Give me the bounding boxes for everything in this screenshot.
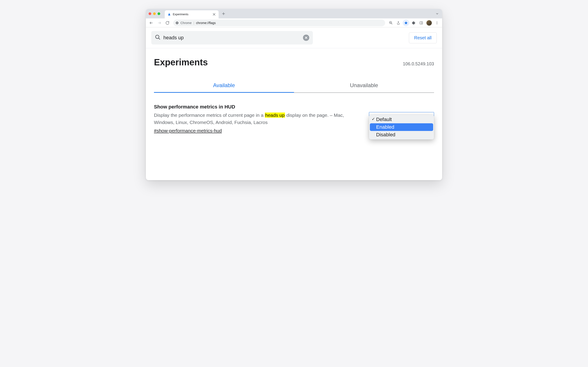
flask-icon xyxy=(167,13,171,16)
menu-button[interactable] xyxy=(434,20,440,26)
chrome-icon xyxy=(176,21,179,25)
browser-toolbar: Chrome | chrome://flags xyxy=(146,18,442,27)
flag-tabs: Available Unavailable xyxy=(154,79,434,93)
side-panel-button[interactable] xyxy=(418,20,425,26)
experiment-hash-link[interactable]: #show-performance-metrics-hud xyxy=(154,128,222,133)
search-input[interactable] xyxy=(163,35,300,41)
window-close-button[interactable] xyxy=(149,12,151,15)
window-maximize-button[interactable] xyxy=(158,12,160,15)
svg-point-18 xyxy=(155,35,159,38)
browser-window: Experiments Chrome | chrome://flags xyxy=(146,9,442,180)
experiment-description: Display the performance metrics of curre… xyxy=(154,112,360,126)
search-row: Reset all xyxy=(146,27,442,48)
select-dropdown: Default Enabled Disabled xyxy=(369,115,434,140)
puzzle-icon xyxy=(412,21,416,25)
header-row: Experiments 106.0.5249.103 xyxy=(146,48,442,70)
svg-rect-13 xyxy=(420,22,423,24)
window-minimize-button[interactable] xyxy=(153,12,156,15)
zoom-icon[interactable] xyxy=(387,20,394,26)
experiment-row: Show performance metrics in HUD Display … xyxy=(146,93,442,142)
svg-line-19 xyxy=(159,38,160,40)
window-controls xyxy=(149,12,160,15)
reset-all-button[interactable]: Reset all xyxy=(409,32,437,43)
version-label: 106.0.5249.103 xyxy=(403,61,434,67)
dropdown-option-disabled[interactable]: Disabled xyxy=(370,131,433,139)
reload-button[interactable] xyxy=(164,19,171,26)
dropdown-option-default[interactable]: Default xyxy=(370,116,433,123)
share-icon[interactable] xyxy=(395,20,402,26)
search-icon xyxy=(155,34,161,41)
svg-point-16 xyxy=(437,23,437,23)
close-icon[interactable] xyxy=(212,13,216,16)
omnibox-url: chrome://flags xyxy=(196,21,216,25)
dropdown-option-enabled[interactable]: Enabled xyxy=(370,123,433,131)
svg-line-9 xyxy=(391,23,392,24)
svg-marker-12 xyxy=(404,21,408,24)
omnibox-scheme-label: Chrome xyxy=(180,21,192,25)
browser-tab[interactable]: Experiments xyxy=(165,10,219,18)
tab-search-button[interactable] xyxy=(434,10,440,17)
page-title: Experiments xyxy=(154,57,208,67)
svg-point-7 xyxy=(177,22,178,23)
page-content: Reset all Experiments 106.0.5249.103 Ava… xyxy=(146,27,442,180)
x-icon xyxy=(305,36,308,39)
experiment-details: Show performance metrics in HUD Display … xyxy=(154,104,360,133)
tab-available[interactable]: Available xyxy=(154,79,294,93)
experiment-title: Show performance metrics in HUD xyxy=(154,104,360,110)
search-box[interactable] xyxy=(151,31,313,44)
experiment-select-wrapper: Default Enabled Disabled xyxy=(369,104,434,133)
svg-point-15 xyxy=(437,22,437,22)
star-icon xyxy=(404,21,408,25)
back-button[interactable] xyxy=(148,19,155,26)
profile-avatar[interactable] xyxy=(427,20,432,25)
clear-search-button[interactable] xyxy=(303,35,309,41)
new-tab-button[interactable] xyxy=(220,10,227,17)
kebab-icon xyxy=(435,21,439,25)
tab-title: Experiments xyxy=(173,13,210,16)
bookmark-button[interactable] xyxy=(403,20,409,26)
address-bar[interactable]: Chrome | chrome://flags xyxy=(173,20,385,26)
tab-bar: Experiments xyxy=(146,9,442,18)
tab-unavailable[interactable]: Unavailable xyxy=(294,79,434,93)
search-highlight: heads up xyxy=(265,113,285,118)
forward-button[interactable] xyxy=(156,19,163,26)
svg-point-17 xyxy=(437,24,437,24)
extensions-button[interactable] xyxy=(410,20,417,26)
